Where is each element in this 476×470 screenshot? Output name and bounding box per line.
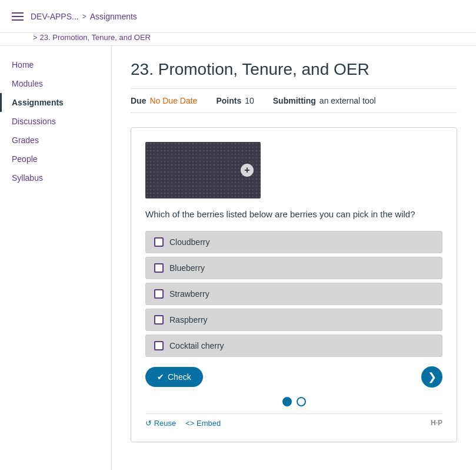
page-title: 23. Promotion, Tenure, and OER xyxy=(131,60,457,79)
h5p-widget: + Which of the berries listed below are … xyxy=(131,127,457,442)
main-layout: Home Modules Assignments Discussions Gra… xyxy=(0,46,476,470)
embed-icon: <> xyxy=(185,419,197,428)
sidebar-item-modules[interactable]: Modules xyxy=(0,74,111,93)
check-button-label: Check xyxy=(168,372,191,382)
checkbox-cocktail-cherry[interactable] xyxy=(154,341,164,350)
h5p-options: Cloudberry Blueberry Strawberry Raspberr… xyxy=(145,231,442,357)
sidebar-item-home[interactable]: Home xyxy=(0,55,111,74)
h5p-logo: H·P xyxy=(431,419,442,427)
sidebar-item-people[interactable]: People xyxy=(0,150,111,168)
dot-2[interactable] xyxy=(297,397,306,406)
h5p-image: + xyxy=(145,142,261,198)
checkbox-cloudberry[interactable] xyxy=(154,237,164,247)
embed-link[interactable]: <> Embed xyxy=(185,419,221,428)
h5p-footer-left: ↺ Reuse <> Embed xyxy=(145,419,221,428)
check-icon: ✔ xyxy=(157,372,164,382)
option-blueberry-label: Blueberry xyxy=(169,263,205,273)
next-arrow-icon: ❯ xyxy=(428,370,437,383)
breadcrumb-sep2: > xyxy=(33,33,38,42)
h5p-actions: ✔ Check ❯ xyxy=(145,366,442,388)
option-strawberry-label: Strawberry xyxy=(169,289,209,299)
option-strawberry[interactable]: Strawberry xyxy=(145,283,442,305)
option-raspberry[interactable]: Raspberry xyxy=(145,309,442,331)
reuse-icon: ↺ xyxy=(145,419,154,428)
next-button[interactable]: ❯ xyxy=(421,366,442,388)
option-raspberry-label: Raspberry xyxy=(169,315,208,325)
embed-label: Embed xyxy=(197,419,221,428)
due-value: No Due Date xyxy=(149,96,197,105)
breadcrumb-assignments[interactable]: Assignments xyxy=(90,12,137,21)
sidebar-item-syllabus[interactable]: Syllabus xyxy=(0,168,111,187)
top-nav: DEV-APPS... > Assignments xyxy=(0,0,476,33)
h5p-image-plus-icon[interactable]: + xyxy=(241,164,254,177)
breadcrumb: DEV-APPS... > Assignments xyxy=(31,12,141,21)
checkbox-strawberry[interactable] xyxy=(154,289,164,299)
checkbox-raspberry[interactable] xyxy=(154,315,164,325)
points-label: Points xyxy=(216,96,241,105)
option-cocktail-cherry[interactable]: Cocktail cherry xyxy=(145,335,442,357)
breadcrumb-sep1: > xyxy=(82,12,86,21)
reuse-label: Reuse xyxy=(154,419,177,428)
breadcrumb-sub-current[interactable]: 23. Promotion, Tenure, and OER xyxy=(40,33,151,42)
points-value: 10 xyxy=(245,96,254,105)
submitting-value: an external tool xyxy=(319,96,376,105)
sidebar: Home Modules Assignments Discussions Gra… xyxy=(0,46,112,470)
breadcrumb-sub: > 23. Promotion, Tenure, and OER xyxy=(0,33,476,46)
sidebar-item-discussions[interactable]: Discussions xyxy=(0,112,111,131)
option-cocktail-cherry-label: Cocktail cherry xyxy=(169,341,224,350)
option-blueberry[interactable]: Blueberry xyxy=(145,257,442,279)
hamburger-menu[interactable] xyxy=(9,10,26,23)
breadcrumb-app[interactable]: DEV-APPS... xyxy=(31,12,79,21)
points-meta: Points 10 xyxy=(216,96,254,105)
submitting-meta: Submitting an external tool xyxy=(273,96,376,105)
reuse-link[interactable]: ↺ Reuse xyxy=(145,419,176,428)
due-label: Due xyxy=(131,96,146,105)
due-meta: Due No Due Date xyxy=(131,96,197,105)
option-cloudberry-label: Cloudberry xyxy=(169,237,209,247)
checkbox-blueberry[interactable] xyxy=(154,263,164,273)
sidebar-item-grades[interactable]: Grades xyxy=(0,131,111,150)
main-content: 23. Promotion, Tenure, and OER Due No Du… xyxy=(112,46,476,470)
meta-bar: Due No Due Date Points 10 Submitting an … xyxy=(131,88,457,113)
dot-1[interactable] xyxy=(282,397,292,406)
check-button[interactable]: ✔ Check xyxy=(145,367,203,387)
option-cloudberry[interactable]: Cloudberry xyxy=(145,231,442,253)
h5p-dots xyxy=(145,397,442,406)
sidebar-item-assignments[interactable]: Assignments xyxy=(0,93,111,112)
h5p-footer: ↺ Reuse <> Embed H·P xyxy=(145,413,442,428)
submitting-label: Submitting xyxy=(273,96,316,105)
h5p-question: Which of the berries listed below are be… xyxy=(145,208,442,221)
